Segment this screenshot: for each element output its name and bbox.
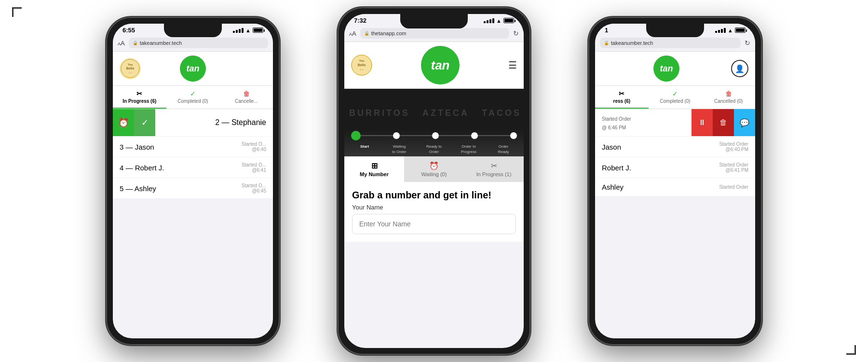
center-status-icons: ▲ xyxy=(484,18,514,24)
right-active-time-text: Started Order@ 6:46 PM xyxy=(602,116,631,130)
chat-btn[interactable]: 💬 xyxy=(734,109,755,136)
left-tab-cancelled[interactable]: 🗑 Cancelle... xyxy=(219,86,273,109)
active-buttons: ⏰ ✓ xyxy=(113,109,155,136)
step-connector-4 xyxy=(478,135,510,136)
plus-square-icon: ⊞ xyxy=(346,161,402,170)
left-tan-logo: tan xyxy=(180,56,206,82)
right-tab-completed[interactable]: ✓ Completed (0) xyxy=(649,86,702,109)
left-notch xyxy=(164,24,222,37)
center-time: 7:32 xyxy=(354,17,366,24)
right-queue-time-ashley: Started Order xyxy=(719,184,748,190)
right-tab-cancelled[interactable]: 🗑 Cancelled (0) xyxy=(702,86,755,109)
hamburger-menu-icon[interactable]: ☰ xyxy=(508,59,517,71)
step-ready xyxy=(432,132,439,139)
right-trash-icon: 🗑 xyxy=(704,90,753,97)
svg-text:♪ ♪: ♪ ♪ xyxy=(360,68,364,71)
right-tab-inprogress-label: ress (6) xyxy=(613,98,631,104)
check-icon: ✓ xyxy=(168,90,218,97)
left-browser-bar: AA 🔒 takeanumber.tech xyxy=(113,35,273,52)
center-tab-mynumber[interactable]: ⊞ My Number xyxy=(344,156,404,182)
right-browser-bar: 🔒 takeanumber.tech ↻ xyxy=(595,35,755,52)
refresh-icon[interactable]: ↻ xyxy=(513,29,519,37)
svg-text:The: The xyxy=(359,59,365,62)
step-orderready xyxy=(510,132,517,139)
left-tabs: ✂ In Progress (6) ✓ Completed (0) 🗑 Canc… xyxy=(113,86,273,109)
phone-right: 1 ▲ 🔒 takeanumber.tech xyxy=(588,17,762,345)
queue-name-jason: 3 — Jason xyxy=(120,143,154,151)
phone-left: 6:55 ▲ AA 🔒 takeanumber.tec xyxy=(106,17,280,345)
step-start xyxy=(351,131,361,140)
battery-icon xyxy=(253,28,263,33)
center-browser-aa[interactable]: AA xyxy=(349,30,356,37)
center-url: thetanapp.com xyxy=(371,30,407,36)
center-tan-text: tan xyxy=(431,58,450,73)
left-url: takeanumber.tech xyxy=(140,40,182,46)
center-form: Grab a number and get in line! Your Name xyxy=(344,182,524,242)
step-label-ready: Ready toOrder xyxy=(420,144,448,154)
left-restaurant-logo: The Bells ♪ ♪ xyxy=(120,58,141,79)
scissors-icon: ✂ xyxy=(115,90,164,97)
active-queue-name: 2 — Stephanie xyxy=(208,113,273,132)
center-signal-icon xyxy=(484,18,494,23)
queue-name-robert: 4 — Robert J. xyxy=(120,164,164,172)
right-tan-text: tan xyxy=(660,64,673,74)
phone-center: 7:32 ▲ AA 🔒 thetanapp.com xyxy=(338,7,530,355)
alarm-btn[interactable]: ⏰ xyxy=(113,109,134,136)
center-app-header: The Bells ♪ ♪ tan ☰ xyxy=(344,42,524,89)
left-tab-completed[interactable]: ✓ Completed (0) xyxy=(166,86,220,109)
browser-aa[interactable]: AA xyxy=(118,40,125,47)
center-tab-waiting[interactable]: ⏰ Waiting (0) xyxy=(404,156,464,182)
right-url-bar[interactable]: 🔒 takeanumber.tech xyxy=(600,38,741,48)
left-tab-inprogress[interactable]: ✂ In Progress (6) xyxy=(113,86,166,109)
signal-icon xyxy=(233,28,244,33)
pause-btn[interactable]: ⏸ xyxy=(692,109,713,136)
phone-right-screen: 1 ▲ 🔒 takeanumber.tech xyxy=(595,24,755,338)
right-action-btns: ⏸ 🗑 💬 xyxy=(692,109,755,136)
right-active-item: Started Order@ 6:46 PM ⏸ 🗑 💬 xyxy=(595,109,755,136)
right-check-icon: ✓ xyxy=(651,90,700,97)
step-waiting xyxy=(393,132,400,139)
right-tab-cancelled-label: Cancelled (0) xyxy=(714,98,743,104)
left-url-bar[interactable]: 🔒 takeanumber.tech xyxy=(129,38,268,48)
right-tab-inprogress[interactable]: ✂ ress (6) xyxy=(595,86,649,109)
svg-text:♪ ♪: ♪ ♪ xyxy=(129,71,132,74)
phones-container: 6:55 ▲ AA 🔒 takeanumber.tec xyxy=(0,0,868,362)
svg-text:Bells: Bells xyxy=(126,67,135,70)
right-queue-time-jason: Started Order@6:40 PM xyxy=(719,141,748,152)
left-queue-item-1: 3 — Jason Started O...@6:40 xyxy=(113,137,273,157)
center-tabs: ⊞ My Number ⏰ Waiting (0) ✂ In Progress … xyxy=(344,156,524,182)
phone-center-screen: 7:32 ▲ AA 🔒 thetanapp.com xyxy=(344,14,524,348)
delete-btn[interactable]: 🗑 xyxy=(713,109,734,136)
step-connector-1 xyxy=(361,135,393,136)
profile-icon[interactable]: 👤 xyxy=(731,60,748,77)
right-queue-name-jason: Jason xyxy=(602,143,621,151)
queue-time-ashley: Started O...@6:45 xyxy=(242,183,266,194)
right-queue-item-2: Ashley Started Order xyxy=(595,178,755,196)
left-time: 6:55 xyxy=(122,27,135,34)
svg-text:The: The xyxy=(128,63,133,66)
center-wifi-icon: ▲ xyxy=(496,18,502,24)
form-title: Grab a number and get in line! xyxy=(352,190,516,201)
left-status-icons: ▲ xyxy=(233,28,263,33)
right-active-time: Started Order@ 6:46 PM xyxy=(595,109,638,136)
form-name-input[interactable] xyxy=(352,214,516,234)
left-tab-inprogress-label: In Progress (6) xyxy=(122,98,156,104)
right-tab-completed-label: Completed (0) xyxy=(660,98,690,104)
progress-steps: Start Waitingto Order Ready toOrder Orde… xyxy=(344,126,524,156)
right-refresh-icon[interactable]: ↻ xyxy=(745,39,750,47)
left-app-header: The Bells ♪ ♪ tan xyxy=(113,52,273,86)
right-scissors-icon: ✂ xyxy=(597,90,647,97)
center-tab-mynumber-label: My Number xyxy=(360,171,389,177)
center-tan-logo: tan xyxy=(421,46,460,84)
step-inprogress xyxy=(471,132,478,139)
queue-time-jason: Started O...@6:40 xyxy=(242,141,266,152)
right-time: 1 xyxy=(605,27,608,34)
svg-text:Bells: Bells xyxy=(358,63,366,67)
left-tab-cancelled-label: Cancelle... xyxy=(235,98,258,104)
center-url-bar[interactable]: 🔒 thetanapp.com xyxy=(360,28,509,39)
check-btn[interactable]: ✓ xyxy=(134,109,155,136)
center-tab-inprogress[interactable]: ✂ In Progress (1) xyxy=(464,156,524,182)
center-scissors-icon: ✂ xyxy=(466,161,522,170)
right-queue-item-1: Robert J. Started Order@6:41 PM xyxy=(595,157,755,178)
right-tan-logo: tan xyxy=(653,56,679,82)
